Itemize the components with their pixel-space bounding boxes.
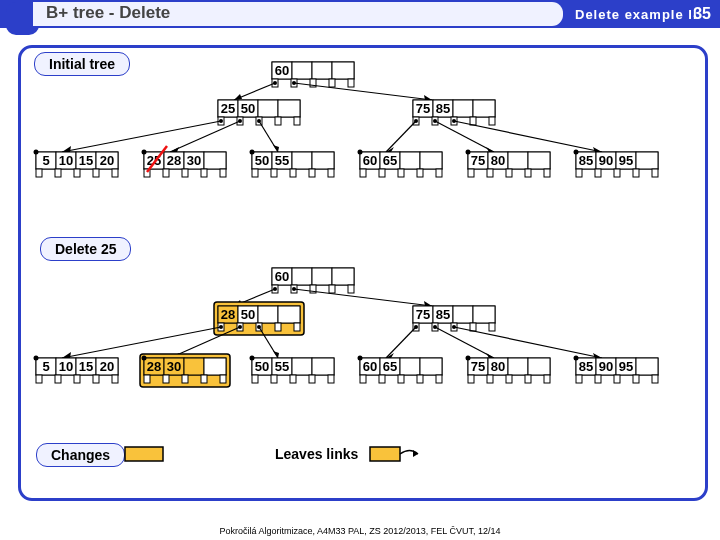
- svg-text:85: 85: [579, 359, 593, 374]
- svg-rect-108: [278, 306, 300, 323]
- svg-text:85: 85: [436, 101, 450, 116]
- svg-rect-144: [204, 358, 226, 375]
- root-node: 60: [272, 62, 354, 87]
- svg-text:28: 28: [221, 307, 235, 322]
- svg-point-87: [34, 150, 39, 155]
- svg-text:30: 30: [167, 359, 181, 374]
- svg-text:75: 75: [471, 359, 485, 374]
- svg-rect-54: [204, 152, 226, 169]
- svg-rect-68: [400, 152, 420, 169]
- svg-text:50: 50: [255, 153, 269, 168]
- svg-rect-157: [400, 358, 420, 375]
- tree-after-delete: 60 2850 7585 5101520 2830 5055 6065 7580…: [34, 268, 659, 387]
- svg-rect-69: [420, 152, 442, 169]
- svg-rect-76: [528, 152, 550, 169]
- svg-rect-19: [278, 100, 300, 117]
- svg-text:85: 85: [579, 153, 593, 168]
- svg-text:20: 20: [100, 359, 114, 374]
- svg-rect-62: [312, 152, 334, 169]
- svg-text:50: 50: [255, 359, 269, 374]
- legend-leaves-swatch: [370, 447, 418, 461]
- svg-marker-124: [62, 352, 71, 358]
- leaves-row-1: 5101520 252830 5055 6065 7580 859095: [36, 152, 658, 177]
- legend-changes-swatch: [125, 447, 163, 461]
- svg-rect-97: [332, 268, 354, 285]
- svg-marker-126: [273, 351, 279, 358]
- svg-text:90: 90: [599, 153, 613, 168]
- svg-point-90: [358, 150, 363, 155]
- svg-rect-150: [292, 358, 312, 375]
- svg-point-92: [574, 150, 579, 155]
- svg-rect-182: [370, 447, 400, 461]
- svg-text:65: 65: [383, 153, 397, 168]
- svg-text:80: 80: [491, 359, 505, 374]
- svg-rect-28: [453, 100, 473, 117]
- svg-marker-102: [424, 301, 432, 306]
- svg-text:95: 95: [619, 359, 633, 374]
- svg-rect-18: [258, 100, 278, 117]
- svg-rect-172: [636, 358, 658, 375]
- svg-rect-165: [528, 358, 550, 375]
- svg-rect-9: [332, 62, 354, 79]
- svg-rect-118: [473, 306, 495, 323]
- svg-text:25: 25: [221, 101, 235, 116]
- svg-text:28: 28: [167, 153, 181, 168]
- svg-rect-143: [184, 358, 204, 375]
- svg-text:80: 80: [491, 153, 505, 168]
- tree-initial: 60 2550 7585 5101520 252830 5055 6065 75…: [34, 62, 659, 177]
- svg-text:95: 95: [619, 153, 633, 168]
- svg-rect-158: [420, 358, 442, 375]
- svg-marker-36: [170, 147, 179, 152]
- svg-point-88: [142, 150, 147, 155]
- svg-text:65: 65: [383, 359, 397, 374]
- svg-text:50: 50: [241, 307, 255, 322]
- svg-text:75: 75: [416, 101, 430, 116]
- svg-marker-37: [273, 145, 279, 152]
- svg-rect-29: [473, 100, 495, 117]
- svg-text:75: 75: [471, 153, 485, 168]
- svg-point-89: [250, 150, 255, 155]
- svg-point-176: [34, 356, 39, 361]
- svg-point-177: [142, 356, 147, 361]
- svg-text:5: 5: [42, 359, 49, 374]
- svg-text:20: 20: [100, 153, 114, 168]
- svg-text:5: 5: [42, 153, 49, 168]
- svg-text:60: 60: [363, 359, 377, 374]
- svg-text:85: 85: [436, 307, 450, 322]
- svg-marker-14: [424, 95, 432, 100]
- svg-text:10: 10: [59, 359, 73, 374]
- svg-rect-151: [312, 358, 334, 375]
- svg-text:30: 30: [187, 153, 201, 168]
- legend-leaves-label: Leaves links: [275, 446, 358, 462]
- svg-rect-96: [312, 268, 332, 285]
- svg-text:55: 55: [275, 153, 289, 168]
- svg-rect-107: [258, 306, 278, 323]
- svg-text:90: 90: [599, 359, 613, 374]
- svg-text:60: 60: [275, 63, 289, 78]
- svg-text:60: 60: [363, 153, 377, 168]
- svg-point-179: [358, 356, 363, 361]
- svg-marker-35: [62, 146, 71, 152]
- svg-text:50: 50: [241, 101, 255, 116]
- svg-rect-7: [292, 62, 312, 79]
- svg-text:55: 55: [275, 359, 289, 374]
- svg-rect-75: [508, 152, 528, 169]
- svg-rect-164: [508, 358, 528, 375]
- svg-text:60: 60: [275, 269, 289, 284]
- svg-text:10: 10: [59, 153, 73, 168]
- diagram-svg: 60 2550 7585 5101520 252830 5055 6065 75…: [0, 0, 720, 540]
- svg-marker-183: [413, 450, 418, 457]
- svg-point-180: [466, 356, 471, 361]
- svg-text:15: 15: [79, 153, 93, 168]
- svg-text:28: 28: [147, 359, 161, 374]
- svg-rect-61: [292, 152, 312, 169]
- footer-text: Pokročilá Algoritmizace, A4M33 PAL, ZS 2…: [0, 526, 720, 536]
- svg-rect-95: [292, 268, 312, 285]
- svg-rect-83: [636, 152, 658, 169]
- leaves-row-2: 5101520 2830 5055 6065 7580 859095: [36, 354, 658, 387]
- svg-text:15: 15: [79, 359, 93, 374]
- svg-point-91: [466, 150, 471, 155]
- svg-marker-13: [234, 94, 242, 100]
- svg-point-181: [574, 356, 579, 361]
- svg-rect-8: [312, 62, 332, 79]
